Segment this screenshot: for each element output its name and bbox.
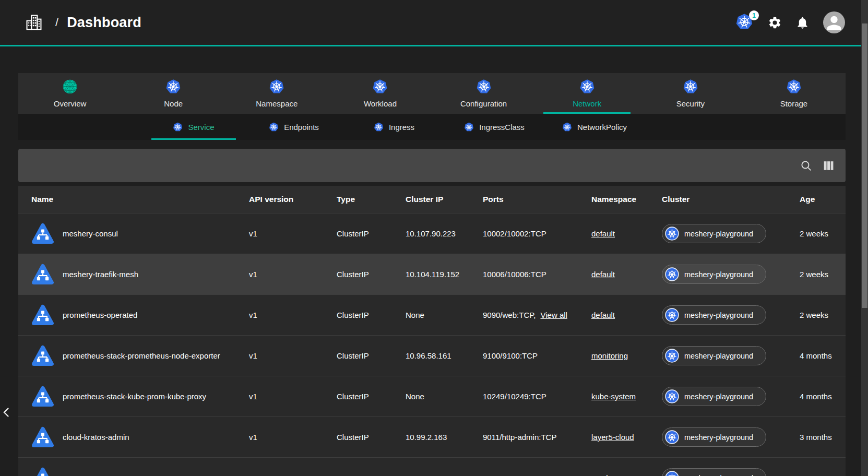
type-value: ClusterIP (316, 229, 384, 238)
subtab-networkpolicy[interactable]: NetworkPolicy (544, 114, 645, 140)
api-version-value: v1 (227, 229, 316, 238)
cluster-ip-value: 10.96.58.161 (384, 351, 462, 360)
breadcrumb-separator: / (55, 16, 58, 29)
column-header-cluster[interactable]: Cluster (645, 195, 775, 204)
tab-overview[interactable]: Overview (18, 73, 122, 114)
kubernetes-icon (165, 79, 181, 94)
search-icon[interactable] (800, 159, 813, 172)
table-row[interactable]: meshery-traefik-mesh v1 ClusterIP 10.104… (18, 254, 846, 294)
table-header-row: Name API version Type Cluster IP Ports N… (18, 186, 846, 213)
page-scrollbar (861, 0, 868, 476)
age-value: 4 months (775, 351, 846, 360)
namespace-link[interactable]: monitoring (591, 351, 628, 360)
cluster-chip[interactable]: meshery-playground (662, 387, 766, 406)
cluster-chip[interactable]: meshery-playground (662, 427, 766, 447)
age-value: 2 weeks (775, 229, 846, 238)
namespace-link[interactable]: meshery (591, 473, 622, 476)
namespace-link[interactable]: kube-system (591, 392, 636, 401)
namespace-link[interactable]: default (591, 229, 615, 238)
dashboard-content: Overview Node Namespace Workload Configu… (18, 73, 846, 476)
kubernetes-icon (665, 267, 679, 281)
column-header-ports[interactable]: Ports (462, 195, 572, 204)
cluster-chip[interactable]: meshery-playground (662, 468, 766, 476)
header-bar: / Dashboard 1 (0, 0, 868, 45)
collapse-panel-chevron-icon[interactable] (1, 404, 13, 420)
cluster-ip-value: 10.107.90.223 (384, 229, 462, 238)
column-header-name[interactable]: Name (18, 195, 227, 204)
cluster-ip-value: 10.99.2.163 (384, 433, 462, 442)
tab-configuration[interactable]: Configuration (432, 73, 536, 114)
kubernetes-icon (786, 79, 802, 94)
ports-value: 10006/10006:TCP (483, 270, 546, 279)
table-row[interactable]: prometheus-operated v1 ClusterIP None 90… (18, 294, 846, 335)
subtab-ingress[interactable]: Ingress (344, 114, 444, 140)
kubernetes-icon (665, 227, 679, 241)
column-header-namespace[interactable]: Namespace (572, 195, 645, 204)
kubernetes-icon (665, 430, 679, 444)
namespace-link[interactable]: default (591, 311, 615, 319)
cluster-chip[interactable]: meshery-playground (662, 265, 766, 284)
tab-workload[interactable]: Workload (328, 73, 432, 114)
tab-node[interactable]: Node (122, 73, 225, 114)
service-resource-icon (31, 344, 54, 367)
page-title: Dashboard (67, 15, 141, 31)
type-value: ClusterIP (316, 270, 384, 279)
service-name: prometheus-stack-kube-prom-kube-proxy (63, 392, 206, 401)
subtab-endpoints[interactable]: Endpoints (244, 114, 344, 140)
api-version-value: v1 (227, 270, 316, 279)
service-resource-icon (31, 385, 54, 408)
cluster-ip-value: 10.104.119.152 (384, 270, 462, 279)
column-header-api-version[interactable]: API version (227, 195, 316, 204)
organization-buildings-icon[interactable] (24, 13, 44, 32)
table-row[interactable]: meshery-consul v1 ClusterIP 10.107.90.22… (18, 213, 846, 254)
scrollbar-thumb[interactable] (862, 23, 867, 308)
tab-storage[interactable]: Storage (742, 73, 846, 114)
column-header-cluster-ip[interactable]: Cluster IP (384, 195, 462, 204)
kubernetes-icon (562, 122, 572, 132)
service-resource-icon (31, 467, 54, 476)
age-value: 2 weeks (775, 311, 846, 319)
column-header-age[interactable]: Age (775, 195, 846, 204)
type-value: ClusterIP (316, 351, 384, 360)
table-row[interactable]: prometheus-stack-kube-prom-kube-proxy v1… (18, 376, 846, 416)
service-resource-icon (31, 222, 54, 245)
ports-value: 10249/10249:TCP (483, 392, 546, 401)
cluster-ip-value: None (384, 392, 462, 401)
tab-namespace[interactable]: Namespace (225, 73, 328, 114)
cluster-chip[interactable]: meshery-playground (662, 305, 766, 325)
table-row[interactable]: meshery meshery-playground (18, 457, 846, 476)
cluster-chip[interactable]: meshery-playground (662, 224, 766, 243)
user-avatar[interactable] (823, 11, 845, 33)
kubernetes-icon (173, 122, 183, 132)
service-name: cloud-kratos-admin (63, 433, 129, 442)
kubernetes-context-button[interactable]: 1 (735, 13, 754, 32)
table-row[interactable]: prometheus-stack-prometheus-node-exporte… (18, 335, 846, 376)
column-header-type[interactable]: Type (316, 195, 384, 204)
service-name: prometheus-operated (63, 311, 137, 319)
kubernetes-icon (665, 471, 679, 476)
settings-gear-icon[interactable] (768, 16, 782, 30)
tab-security[interactable]: Security (639, 73, 742, 114)
view-all-ports-link[interactable]: View all (540, 311, 567, 319)
age-value: 4 months (775, 392, 846, 401)
kubernetes-icon (269, 122, 279, 132)
subtab-ingressclass[interactable]: IngressClass (444, 114, 544, 140)
service-resource-icon (31, 426, 54, 449)
age-value: 3 months (775, 433, 846, 442)
namespace-link[interactable]: layer5-cloud (591, 433, 634, 442)
service-name: prometheus-stack-prometheus-node-exporte… (63, 351, 220, 360)
notifications-bell-icon[interactable] (795, 16, 810, 30)
subtab-service[interactable]: Service (144, 114, 244, 140)
kubernetes-icon (374, 122, 384, 132)
header-actions: 1 (735, 11, 845, 33)
ports-value: 9011/http-admin:TCP (483, 433, 556, 442)
cluster-chip[interactable]: meshery-playground (662, 346, 766, 365)
namespace-link[interactable]: default (591, 270, 615, 279)
type-value: ClusterIP (316, 311, 384, 319)
ports-value: 9100/9100:TCP (483, 351, 538, 360)
view-columns-icon[interactable] (822, 159, 835, 172)
table-row[interactable]: cloud-kratos-admin v1 ClusterIP 10.99.2.… (18, 416, 846, 457)
tab-network[interactable]: Network (536, 73, 639, 114)
resource-tabs: Overview Node Namespace Workload Configu… (18, 73, 846, 114)
api-version-value: v1 (227, 311, 316, 319)
